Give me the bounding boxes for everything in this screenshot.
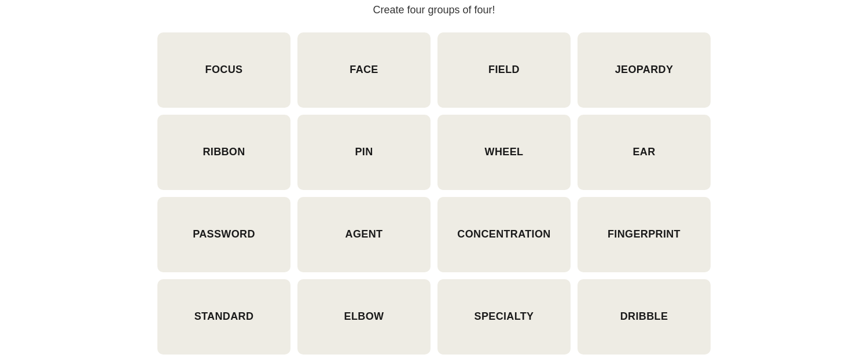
card-label-concentration: CONCENTRATION: [453, 224, 555, 245]
card-label-ear: EAR: [628, 141, 660, 163]
card-label-dribble: DRIBBLE: [616, 306, 673, 327]
card-focus[interactable]: FOCUS: [157, 32, 290, 108]
card-label-password: PASSWORD: [188, 224, 260, 245]
card-specialty[interactable]: SPECIALTY: [437, 279, 571, 355]
card-concentration[interactable]: CONCENTRATION: [437, 197, 571, 272]
card-jeopardy[interactable]: JEOPARDY: [578, 32, 711, 108]
card-label-wheel: WHEEL: [480, 141, 528, 163]
card-elbow[interactable]: ELBOW: [297, 279, 431, 355]
card-password[interactable]: PASSWORD: [157, 197, 290, 272]
card-label-ribbon: RIBBON: [198, 141, 249, 163]
card-label-focus: FOCUS: [201, 59, 248, 81]
card-ribbon[interactable]: RIBBON: [157, 115, 290, 190]
card-label-jeopardy: JEOPARDY: [610, 59, 678, 81]
card-label-field: FIELD: [484, 59, 524, 81]
game-subtitle: Create four groups of four!: [373, 4, 495, 16]
card-label-elbow: ELBOW: [340, 306, 389, 327]
card-face[interactable]: FACE: [297, 32, 431, 108]
card-ear[interactable]: EAR: [578, 115, 711, 190]
card-agent[interactable]: AGENT: [297, 197, 431, 272]
card-field[interactable]: FIELD: [437, 32, 571, 108]
card-standard[interactable]: STANDARD: [157, 279, 290, 355]
card-wheel[interactable]: WHEEL: [437, 115, 571, 190]
card-label-pin: PIN: [350, 141, 377, 163]
card-pin[interactable]: PIN: [297, 115, 431, 190]
card-dribble[interactable]: DRIBBLE: [578, 279, 711, 355]
card-fingerprint[interactable]: FINGERPRINT: [578, 197, 711, 272]
word-grid: FOCUSFACEFIELDJEOPARDYRIBBONPINWHEELEARP…: [157, 32, 711, 355]
card-label-standard: STANDARD: [190, 306, 259, 327]
card-label-fingerprint: FINGERPRINT: [603, 224, 685, 245]
card-label-agent: AGENT: [341, 224, 388, 245]
card-label-face: FACE: [345, 59, 382, 81]
card-label-specialty: SPECIALTY: [470, 306, 539, 327]
